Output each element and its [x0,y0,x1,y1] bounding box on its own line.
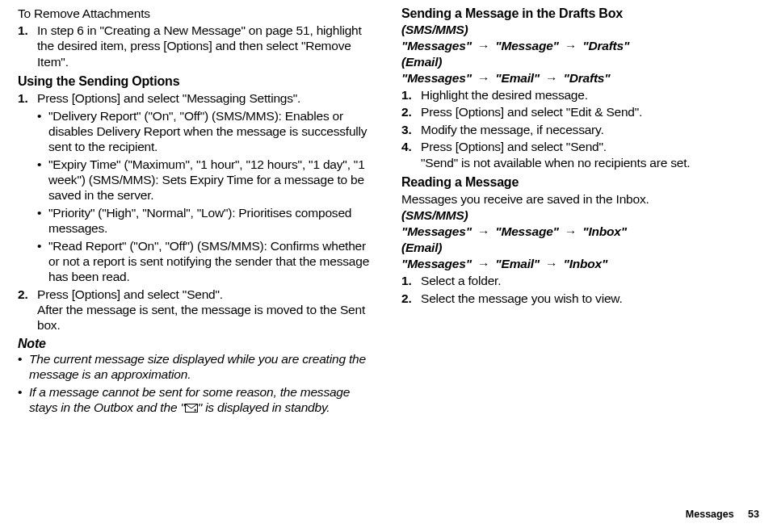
arrow-icon: → [545,257,557,270]
path-seg-email: "Email" [495,257,540,270]
reading-desc: Messages you receive are saved in the In… [401,191,759,207]
reading-step-1: Select a folder. [401,273,759,288]
path-seg-drafts: "Drafts" [582,39,629,52]
remove-steps: In step 6 in "Creating a New Message" on… [18,23,376,69]
drafts-step-4-sub: "Send" is not available when no recipien… [421,155,759,170]
left-column: To Remove Attachments In step 6 in "Crea… [18,6,388,509]
path-seg-email: "Email" [495,71,540,85]
path-seg-message: "Message" [495,224,558,238]
notes-list: The current message size displayed while… [18,351,376,417]
bullet-read-report: "Read Report" ("On", "Off") (SMS/MMS): C… [37,238,376,285]
path-seg-messages: "Messages" [401,257,472,270]
remove-step-1: In step 6 in "Creating a New Message" on… [18,23,376,69]
arrow-icon: → [545,71,557,85]
heading-remove-attachments: To Remove Attachments [18,6,376,21]
heading-drafts: Sending a Message in the Drafts Box [401,6,759,21]
sending-step-2: Press [Options] and select "Send". After… [18,287,376,333]
footer-page-number: 53 [748,509,759,520]
path-drafts-sms: "Messages" → "Message" → "Drafts" [401,39,759,53]
path-inbox-email: "Messages" → "Email" → "Inbox" [401,257,759,271]
arrow-icon: → [477,39,489,52]
path-seg-drafts: "Drafts" [564,71,611,85]
drafts-step-2: Press [Options] and select "Edit & Send"… [401,104,759,119]
sending-step-2-sub: After the message is sent, the message i… [37,302,376,333]
sending-options-bullets: "Delivery Report" ("On", "Off") (SMS/MMS… [18,108,376,285]
label-sms-mms-drafts: (SMS/MMS) [401,23,759,37]
label-email-inbox: (Email) [401,241,759,255]
right-column: Sending a Message in the Drafts Box (SMS… [388,6,759,509]
note-heading: Note [18,337,376,351]
page-content: To Remove Attachments In step 6 in "Crea… [0,0,777,509]
drafts-step-3: Modify the message, if necessary. [401,122,759,137]
reading-step-2: Select the message you wish to view. [401,291,759,306]
drafts-steps: Highlight the desired message. Press [Op… [401,87,759,170]
sending-step-1: Press [Options] and select "Messaging Se… [18,90,376,285]
path-seg-inbox: "Inbox" [564,257,608,270]
heading-sending-options: Using the Sending Options [18,74,376,89]
path-seg-messages: "Messages" [401,71,472,85]
drafts-step-1: Highlight the desired message. [401,87,759,103]
sending-options-steps: Press [Options] and select "Messaging Se… [18,90,376,333]
path-inbox-sms: "Messages" → "Message" → "Inbox" [401,224,759,239]
envelope-outbox-icon [185,400,198,416]
note-2-part-b: " is displayed in standby. [198,400,330,414]
path-seg-message: "Message" [495,39,558,52]
heading-reading: Reading a Message [401,175,759,190]
path-seg-inbox: "Inbox" [582,224,627,238]
footer-chapter: Messages [686,509,734,520]
drafts-step-4-text: Press [Options] and select "Send". [421,140,607,153]
bullet-delivery-report: "Delivery Report" ("On", "Off") (SMS/MMS… [37,108,376,155]
note-2: If a message cannot be sent for some rea… [18,384,376,417]
arrow-icon: → [477,224,489,238]
path-seg-messages: "Messages" [401,39,472,52]
reading-steps: Select a folder. Select the message you … [401,273,759,306]
arrow-icon: → [565,224,577,238]
sending-step-2-text: Press [Options] and select "Send". [37,287,223,301]
path-seg-messages: "Messages" [401,224,472,238]
label-sms-mms-inbox: (SMS/MMS) [401,208,759,223]
page-footer: Messages 53 [0,509,777,520]
arrow-icon: → [565,39,577,52]
bullet-expiry-time: "Expiry Time" ("Maximum", "1 hour", "12 … [37,157,376,203]
drafts-step-4: Press [Options] and select "Send". "Send… [401,139,759,170]
bullet-priority: "Priority" ("High", "Normal", "Low"): Pr… [37,205,376,237]
sending-step-1-text: Press [Options] and select "Messaging Se… [37,91,300,105]
path-drafts-email: "Messages" → "Email" → "Drafts" [401,71,759,86]
arrow-icon: → [477,257,489,270]
label-email-drafts: (Email) [401,55,759,69]
note-1: The current message size displayed while… [18,351,376,383]
arrow-icon: → [477,71,489,85]
